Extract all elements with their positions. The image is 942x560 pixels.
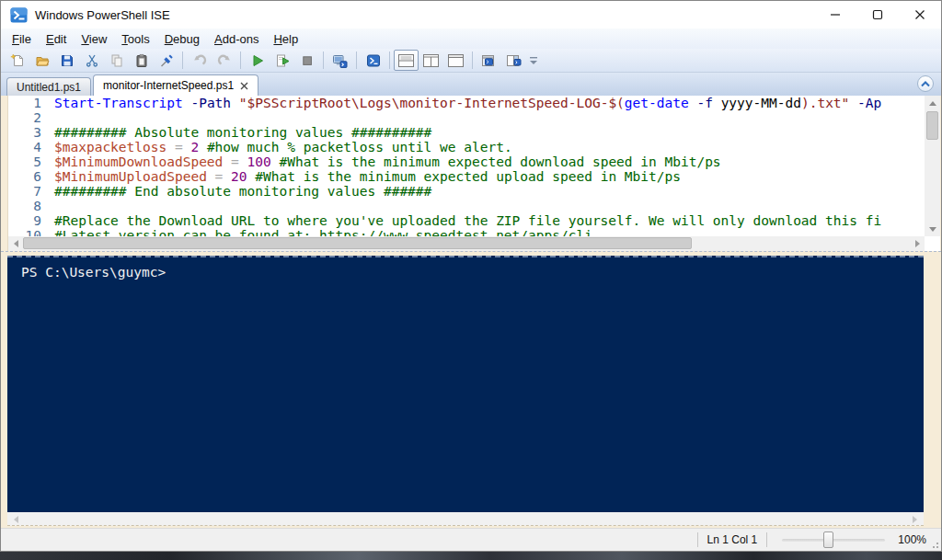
- console-pane[interactable]: PS C:\Users\guymc>: [7, 256, 924, 512]
- show-script-pane-maximized-button[interactable]: [443, 50, 468, 71]
- vertical-scroll-thumb[interactable]: [926, 111, 938, 140]
- line-number: 4: [8, 140, 54, 154]
- menu-item-tools[interactable]: Tools: [114, 30, 156, 48]
- scroll-right-icon[interactable]: [908, 512, 922, 526]
- menu-item-add-ons[interactable]: Add-ons: [207, 30, 266, 48]
- horizontal-scroll-thumb[interactable]: [23, 237, 692, 249]
- script-pane-right-icon: [423, 54, 439, 67]
- line-number: 10: [8, 228, 54, 236]
- line-number: 8: [8, 199, 54, 213]
- scroll-up-icon[interactable]: [925, 96, 940, 110]
- code-line[interactable]: 4$maxpacketloss = 2 #how much % packetlo…: [8, 140, 925, 154]
- toolbar-separator: [182, 51, 183, 69]
- cut-scissors-icon: [85, 53, 99, 68]
- run-selection-button[interactable]: [270, 50, 294, 71]
- tab-close-button[interactable]: [240, 82, 248, 90]
- toolbar-separator: [356, 51, 357, 69]
- scroll-left-icon[interactable]: [8, 236, 23, 251]
- maximize-button[interactable]: [856, 1, 899, 29]
- code-text: ######### End absolute monitoring values…: [54, 184, 925, 199]
- statusbar-separator: [697, 532, 698, 547]
- stop-icon: [300, 53, 315, 68]
- code-line[interactable]: 5$MinimumDownloadSpeed = 100 #What is th…: [8, 154, 925, 169]
- script-tab-strip: Untitled1.ps1 monitor-InternetSpeed.ps1: [1, 73, 941, 96]
- open-script-button[interactable]: [29, 50, 54, 71]
- new-remote-powershell-tab-button[interactable]: [327, 50, 352, 71]
- code-line[interactable]: 9#Replace the Download URL to where you'…: [8, 213, 925, 228]
- close-button[interactable]: [899, 1, 941, 29]
- zoom-level: 100%: [898, 533, 926, 546]
- titlebar: Windows PowerShell ISE: [1, 1, 941, 29]
- save-button[interactable]: [54, 50, 79, 71]
- show-script-pane-top-button[interactable]: [394, 50, 419, 71]
- collapse-script-pane-button[interactable]: [917, 75, 934, 92]
- menu-item-debug[interactable]: Debug: [157, 30, 207, 48]
- menu-item-file[interactable]: File: [5, 30, 39, 48]
- scroll-down-icon[interactable]: [925, 222, 940, 236]
- show-script-pane-right-button[interactable]: [419, 50, 443, 71]
- statusbar-separator: [766, 532, 767, 547]
- undo-button[interactable]: [187, 50, 212, 71]
- close-icon: [240, 82, 248, 90]
- show-command-window-icon: [481, 53, 497, 68]
- line-number: 3: [8, 125, 54, 140]
- toolbar-overflow-button[interactable]: [526, 50, 541, 71]
- toolbar-separator: [240, 51, 241, 69]
- line-number: 7: [8, 184, 54, 199]
- zoom-slider[interactable]: [782, 539, 885, 542]
- powershell-exe-icon: [366, 53, 381, 68]
- minimize-button[interactable]: [814, 1, 856, 29]
- code-text: [54, 199, 925, 213]
- code-text: ######### Absolute monitoring values ###…: [54, 125, 925, 140]
- menu-item-help[interactable]: Help: [266, 30, 305, 48]
- editor-horizontal-scrollbar[interactable]: [8, 236, 925, 251]
- powershell-ise-window: Windows PowerShell ISE FileEditViewTools…: [0, 0, 942, 552]
- show-script-pane-icon: [506, 53, 522, 68]
- toolbar-separator: [472, 51, 473, 69]
- zoom-slider-thumb[interactable]: [823, 531, 833, 548]
- start-powershell-exe-button[interactable]: [361, 50, 385, 71]
- menu-item-edit[interactable]: Edit: [39, 30, 74, 48]
- copy-icon: [109, 53, 124, 68]
- run-script-button[interactable]: [245, 50, 270, 71]
- code-text: [54, 110, 925, 125]
- show-command-window-button[interactable]: [477, 50, 501, 71]
- console-horizontal-scrollbar[interactable]: [7, 512, 924, 526]
- copy-button[interactable]: [104, 50, 129, 71]
- editor-vertical-scrollbar[interactable]: [925, 96, 940, 236]
- new-script-button[interactable]: [5, 50, 29, 71]
- line-number: 9: [8, 213, 54, 228]
- tab-untitled1[interactable]: Untitled1.ps1: [6, 77, 91, 96]
- tab-label: monitor-InternetSpeed.ps1: [103, 79, 234, 92]
- scroll-right-icon[interactable]: [910, 236, 925, 251]
- scroll-left-icon[interactable]: [9, 512, 23, 526]
- show-script-pane-button[interactable]: [501, 50, 526, 71]
- undo-icon: [192, 53, 207, 68]
- script-pane-top-icon: [398, 54, 414, 67]
- code-line[interactable]: 2: [8, 110, 925, 125]
- paste-button[interactable]: [129, 50, 154, 71]
- cut-button[interactable]: [79, 50, 104, 71]
- code-line[interactable]: 6$MinimumUploadSpeed = 20 #What is the m…: [8, 169, 925, 184]
- redo-icon: [217, 53, 232, 68]
- code-line[interactable]: 10#Latest version can be found at: https…: [8, 228, 925, 236]
- console-prompt[interactable]: PS C:\Users\guymc>: [21, 265, 924, 280]
- toolbar-separator: [389, 51, 390, 69]
- script-editor[interactable]: 1Start-Transcript -Path "$PSScriptRoot\L…: [8, 96, 925, 236]
- line-number: 2: [8, 110, 54, 125]
- code-line[interactable]: 8: [8, 199, 925, 213]
- stop-operation-button[interactable]: [294, 50, 319, 71]
- code-line[interactable]: 1Start-Transcript -Path "$PSScriptRoot\L…: [8, 96, 925, 110]
- new-script-icon: [10, 53, 25, 68]
- remote-powershell-icon: [332, 53, 348, 68]
- run-script-icon: [250, 53, 265, 68]
- line-number: 5: [8, 154, 54, 169]
- clear-console-pane-button[interactable]: [154, 50, 178, 71]
- tab-monitor-internetspeed[interactable]: monitor-InternetSpeed.ps1: [93, 74, 258, 96]
- menu-item-view[interactable]: View: [74, 30, 114, 48]
- resize-grip[interactable]: [930, 540, 939, 549]
- redo-button[interactable]: [212, 50, 236, 71]
- code-line[interactable]: 3######### Absolute monitoring values ##…: [8, 125, 925, 140]
- script-editor-pane: 1Start-Transcript -Path "$PSScriptRoot\L…: [7, 96, 940, 251]
- code-line[interactable]: 7######### End absolute monitoring value…: [8, 184, 925, 199]
